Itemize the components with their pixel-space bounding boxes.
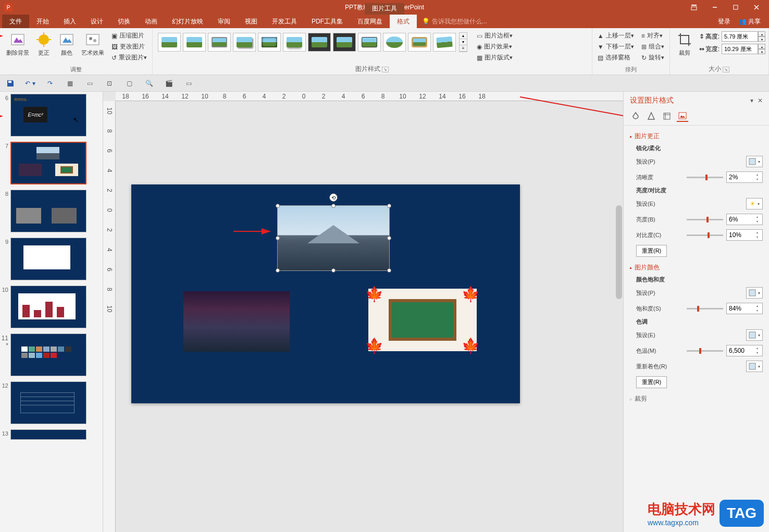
pane-tab-picture[interactable] — [677, 110, 688, 122]
sharpness-input[interactable]: 2%▴▾ — [726, 171, 763, 183]
qat-btn-7[interactable]: 🔍 — [144, 78, 154, 89]
undo-button[interactable]: ↶ ▾ — [25, 78, 35, 89]
resize-handle-ml[interactable] — [276, 236, 280, 240]
picture-cityscape[interactable] — [183, 291, 290, 352]
style-thumb-6[interactable] — [283, 33, 306, 52]
preset-saturation-button[interactable] — [746, 287, 763, 299]
resize-handle-mr[interactable] — [387, 236, 391, 240]
resize-handle-tc[interactable] — [331, 204, 336, 208]
style-thumb-1[interactable] — [158, 33, 181, 52]
contrast-input[interactable]: 10%▴▾ — [726, 229, 763, 241]
height-spinner[interactable]: ▴▾ — [758, 31, 765, 42]
new-slide-button[interactable]: ▦ — [65, 78, 75, 89]
picture-chalkboard[interactable]: 🍁 🍁 🍁 🍁 — [368, 289, 477, 351]
close-button[interactable] — [746, 0, 767, 15]
tab-slideshow[interactable]: 幻灯片放映 — [165, 15, 210, 28]
compress-picture-button[interactable]: ▣压缩图片 — [109, 30, 149, 41]
height-input[interactable] — [722, 31, 758, 42]
slide-thumb-8[interactable] — [10, 190, 86, 232]
contrast-slider[interactable] — [687, 234, 723, 236]
style-thumb-11[interactable] — [408, 33, 431, 52]
rotate-button[interactable]: ↻旋转 ▾ — [639, 52, 666, 63]
pane-tab-effects[interactable] — [646, 110, 657, 122]
section-picture-color[interactable]: ▸图片颜色 — [630, 261, 763, 274]
tell-me[interactable]: 💡 告诉我您想做什么... — [417, 15, 487, 28]
resize-handle-tl[interactable] — [276, 204, 280, 208]
slide-thumb-13[interactable] — [10, 429, 86, 440]
tab-home[interactable]: 开始 — [29, 15, 56, 28]
tab-animations[interactable]: 动画 — [138, 15, 165, 28]
ribbon-display-options[interactable] — [684, 0, 704, 15]
tab-insert[interactable]: 插入 — [56, 15, 83, 28]
login-button[interactable]: 登录 — [714, 17, 735, 26]
vertical-scrollbar[interactable] — [615, 101, 623, 532]
pane-tab-size[interactable] — [661, 110, 673, 122]
style-thumb-7[interactable] — [308, 33, 331, 52]
style-thumb-4[interactable] — [233, 33, 256, 52]
tab-developer[interactable]: 开发工具 — [265, 15, 304, 28]
style-thumb-10[interactable] — [383, 33, 406, 52]
gallery-more-button[interactable]: ▴▾≡ — [459, 32, 467, 52]
slide-thumb-10[interactable] — [10, 286, 86, 328]
brightness-input[interactable]: 6%▴▾ — [726, 214, 763, 225]
minimize-button[interactable] — [704, 0, 725, 15]
saturation-slider[interactable] — [687, 308, 723, 310]
selection-pane-button[interactable]: ▤选择窗格 — [596, 52, 636, 63]
crop-button[interactable]: 裁剪 — [673, 30, 696, 58]
recolor-button[interactable] — [746, 361, 763, 372]
redo-button[interactable]: ↷ — [45, 78, 55, 89]
selected-picture[interactable]: ⟲ — [277, 205, 390, 271]
style-thumb-3[interactable] — [208, 33, 231, 52]
save-button[interactable] — [5, 78, 16, 89]
tab-format[interactable]: 格式 — [390, 15, 417, 28]
slideshow-from-start-button[interactable]: ▢ — [124, 78, 134, 89]
tab-view[interactable]: 视图 — [238, 15, 265, 28]
pane-close-button[interactable]: ✕ — [758, 97, 763, 104]
tab-file[interactable]: 文件 — [2, 15, 29, 28]
tab-pdf[interactable]: PDF工具集 — [304, 15, 350, 28]
send-backward-button[interactable]: ▼下移一层 ▾ — [596, 41, 636, 52]
slide-thumbnails-panel[interactable]: 6 相对的论... E=mc² 7 8 9 — [0, 92, 103, 532]
reset-picture-button[interactable]: ↺重设图片 ▾ — [109, 52, 149, 63]
style-thumb-12[interactable] — [433, 33, 456, 52]
sharpness-slider[interactable] — [687, 177, 723, 178]
remove-background-button[interactable]: 删除背景 — [3, 30, 32, 58]
align-button[interactable]: ≡对齐 ▾ — [639, 30, 666, 41]
corrections-button[interactable]: 更正 — [32, 30, 55, 58]
rotate-handle[interactable]: ⟲ — [329, 193, 338, 202]
pane-options-button[interactable]: ▾ — [750, 97, 753, 104]
color-button[interactable]: 颜色 — [55, 30, 78, 58]
tab-design[interactable]: 设计 — [83, 15, 110, 28]
qat-btn-9[interactable]: ▭ — [183, 78, 194, 89]
saturation-input[interactable]: 84%▴▾ — [726, 303, 763, 314]
qat-btn-8[interactable]: 🎬 — [164, 78, 174, 89]
width-spinner[interactable]: ▴▾ — [758, 44, 765, 54]
maximize-button[interactable] — [725, 0, 746, 15]
group-button[interactable]: ⊞组合 ▾ — [639, 41, 666, 52]
picture-border-button[interactable]: ▭图片边框 ▾ — [475, 30, 515, 41]
section-crop[interactable]: ▹裁剪 — [630, 392, 763, 405]
temp-slider[interactable] — [687, 350, 723, 352]
slide-thumb-9[interactable] — [10, 238, 86, 280]
resize-handle-br[interactable] — [387, 268, 391, 273]
style-thumb-2[interactable] — [183, 33, 206, 52]
slide-thumb-12[interactable] — [10, 381, 86, 424]
preset-sharpen-button[interactable] — [746, 156, 763, 167]
tab-transitions[interactable]: 切换 — [110, 15, 138, 28]
tab-baidu[interactable]: 百度网盘 — [350, 15, 390, 28]
tab-review[interactable]: 审阅 — [210, 15, 238, 28]
slide-canvas[interactable]: ⟲ 🍁 🍁 🍁 🍁 — [131, 184, 520, 403]
resize-handle-bl[interactable] — [276, 268, 280, 273]
picture-layout-button[interactable]: ▦图片版式 ▾ — [475, 52, 515, 63]
reset-color-button[interactable]: 重置(R) — [636, 376, 667, 388]
slide-thumb-6[interactable]: 相对的论... E=mc² — [10, 94, 86, 137]
share-button[interactable]: 👥 共享 — [735, 17, 765, 26]
section-picture-correction[interactable]: ▸图片更正 — [630, 130, 763, 143]
style-thumb-8[interactable] — [333, 33, 356, 52]
slide-thumb-7[interactable] — [10, 142, 86, 184]
brightness-slider[interactable] — [687, 219, 723, 220]
style-thumb-5[interactable] — [258, 33, 281, 52]
style-thumb-9[interactable] — [358, 33, 381, 52]
preset-tone-button[interactable] — [746, 329, 763, 341]
pane-tab-fill[interactable] — [630, 110, 641, 122]
